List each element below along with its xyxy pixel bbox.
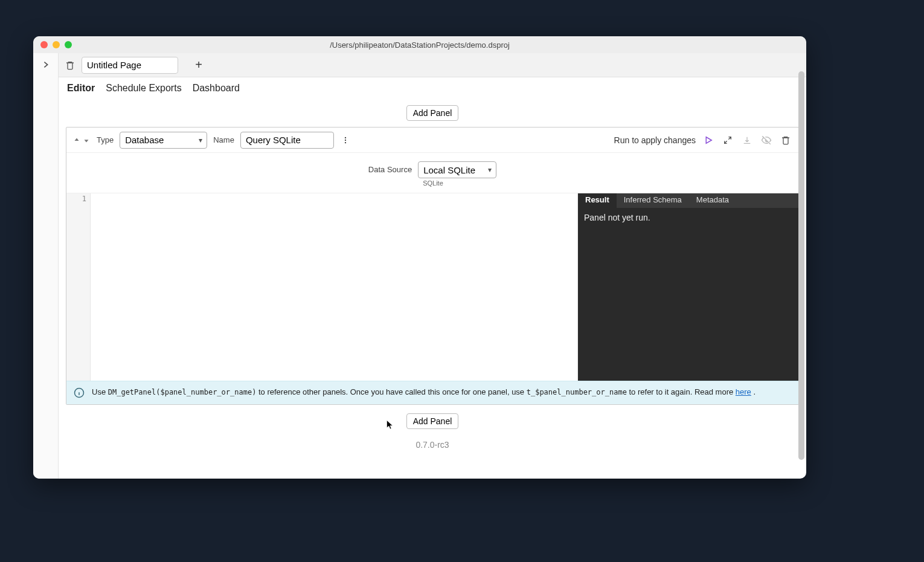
data-source-label: Data Source <box>368 161 412 174</box>
panel-reorder-controls <box>72 136 91 144</box>
panel-config-row: Data Source Local SQLite SQLite <box>66 153 798 193</box>
sidebar-rail <box>33 53 59 479</box>
info-strip: Use DM_getPanel($panel_number_or_name) t… <box>66 381 798 404</box>
nav-editor[interactable]: Editor <box>67 83 95 94</box>
app-window: /Users/philipeaton/DataStationProjects/d… <box>33 36 806 479</box>
page-tabs-row: + <box>59 53 806 77</box>
name-label: Name <box>213 135 234 144</box>
add-page-button[interactable]: + <box>190 53 207 77</box>
page-name-input[interactable] <box>82 57 178 74</box>
titlebar[interactable]: /Users/philipeaton/DataStationProjects/d… <box>33 36 806 53</box>
scrollbar[interactable] <box>798 71 804 476</box>
panel-header: Type Database Name Run to apply ch <box>66 128 798 153</box>
panel-menu-icon[interactable] <box>340 132 351 149</box>
add-panel-top-button[interactable]: Add Panel <box>406 105 459 121</box>
panel: Type Database Name Run to apply ch <box>66 127 799 405</box>
panel-body: 1 Result Inferred Schema Metadata Panel … <box>66 193 798 381</box>
code-textarea[interactable] <box>91 193 578 381</box>
nav-dashboard[interactable]: Dashboard <box>193 83 240 94</box>
run-panel-icon[interactable] <box>702 134 715 147</box>
data-source-sublabel: SQLite <box>423 179 496 187</box>
result-tab-metadata[interactable]: Metadata <box>689 193 736 208</box>
run-hint-text: Run to apply changes <box>614 135 696 145</box>
result-tab-result[interactable]: Result <box>578 193 617 208</box>
download-panel-icon[interactable] <box>740 134 754 147</box>
info-here-link[interactable]: here <box>736 387 751 396</box>
line-number: 1 <box>66 195 86 203</box>
code-editor: 1 <box>66 193 578 381</box>
sidebar-expand-icon[interactable] <box>42 60 50 479</box>
svg-point-1 <box>345 139 346 140</box>
traffic-lights <box>33 41 72 48</box>
svg-point-2 <box>345 141 346 143</box>
type-label: Type <box>97 135 114 144</box>
window-title: /Users/philipeaton/DataStationProjects/d… <box>33 40 806 50</box>
nav-schedule-exports[interactable]: Schedule Exports <box>106 83 181 94</box>
version-text: 0.7.0-rc3 <box>66 440 799 450</box>
expand-panel-icon[interactable] <box>721 134 734 147</box>
scrollbar-thumb[interactable] <box>798 71 804 460</box>
delete-page-icon[interactable] <box>65 60 75 71</box>
info-text: Use DM_getPanel($panel_number_or_name) t… <box>92 387 756 396</box>
move-panel-down-icon[interactable] <box>82 136 91 144</box>
section-nav: Editor Schedule Exports Dashboard <box>59 77 806 99</box>
info-icon <box>74 387 85 398</box>
result-tabs: Result Inferred Schema Metadata <box>578 193 798 208</box>
line-number-gutter: 1 <box>66 193 91 381</box>
window-minimize-button[interactable] <box>53 41 60 48</box>
window-maximize-button[interactable] <box>65 41 72 48</box>
panel-name-input[interactable] <box>240 132 334 149</box>
panel-type-select[interactable]: Database <box>120 132 207 149</box>
add-panel-bottom-button[interactable]: Add Panel <box>406 413 459 429</box>
result-message: Panel not yet run. <box>578 208 798 381</box>
content-area: Add Panel Type Database <box>59 99 806 479</box>
svg-point-0 <box>345 137 346 138</box>
move-panel-up-icon[interactable] <box>72 136 81 144</box>
hide-panel-icon[interactable] <box>760 134 773 147</box>
result-pane: Result Inferred Schema Metadata Panel no… <box>578 193 798 381</box>
delete-panel-icon[interactable] <box>779 134 792 147</box>
result-tab-inferred-schema[interactable]: Inferred Schema <box>617 193 689 208</box>
window-close-button[interactable] <box>40 41 48 48</box>
data-source-select[interactable]: Local SQLite <box>418 161 496 178</box>
